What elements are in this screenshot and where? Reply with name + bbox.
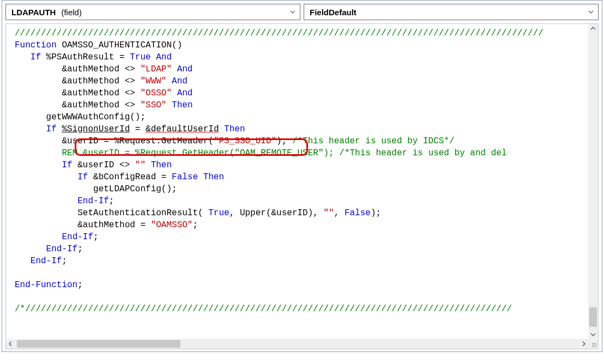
code-text: %PSAuthResult <box>41 52 114 62</box>
code-text: ); <box>276 136 287 146</box>
code-keyword: End-If <box>62 232 93 242</box>
code-keyword: End-If <box>77 196 109 206</box>
code-editor[interactable]: ////////////////////////////////////////… <box>6 24 588 339</box>
code-variable: &authMethod <box>62 100 119 110</box>
chevron-down-icon <box>587 9 595 15</box>
code-keyword: End-If <box>31 256 62 266</box>
code-keyword: If <box>62 160 72 170</box>
code-keyword: End-Function <box>15 280 77 290</box>
code-text: &defaultUserId <box>146 124 219 134</box>
code-string: "SSO" <box>140 100 166 110</box>
code-text: , <box>334 208 345 218</box>
code-text: getWWWAuthConfig(); <box>46 112 146 122</box>
code-keyword: And <box>151 52 172 62</box>
code-keyword: Then <box>146 160 172 170</box>
code-editor-frame: ////////////////////////////////////////… <box>5 23 599 349</box>
code-keyword: End-If <box>46 244 78 254</box>
editor-window: LDAPAUTH(field) FieldDefault ///////////… <box>2 0 602 352</box>
code-text: <> <box>119 88 140 98</box>
code-text: = <box>140 220 150 230</box>
scrollbar-thumb[interactable] <box>17 340 180 348</box>
code-variable: &authMethod <box>62 88 119 98</box>
event-selector-label: FieldDefault <box>310 8 357 17</box>
scroll-down-icon[interactable] <box>589 330 597 339</box>
code-keyword: If <box>46 124 57 134</box>
code-string: "LDAP" <box>140 64 172 74</box>
code-keyword: If <box>77 172 88 182</box>
code-string: "OAMSSO" <box>151 220 193 230</box>
code-keyword: And <box>172 88 192 98</box>
code-text: &authMethod <box>77 220 140 230</box>
code-text: OAMSSO_AUTHENTICATION() <box>57 40 182 50</box>
scroll-left-icon[interactable] <box>6 339 15 348</box>
code-text: = <box>161 172 172 182</box>
code-text: getLDAPConfig(); <box>93 184 177 194</box>
object-selector-label: LDAPAUTH(field) <box>11 8 82 17</box>
code-keyword: And <box>172 64 192 74</box>
code-keyword: False <box>172 172 198 182</box>
scroll-right-icon[interactable] <box>579 339 588 348</box>
code-text: ; <box>192 220 198 230</box>
code-comment: ////////////////////////////////////////… <box>15 28 543 38</box>
code-text: , Upper(&userID), <box>229 208 324 218</box>
event-selector-combo[interactable]: FieldDefault <box>304 4 599 20</box>
code-keyword: False <box>345 208 371 218</box>
code-text: .GetHeader( <box>156 136 214 146</box>
code-text: <> <box>119 160 130 170</box>
code-keyword: True <box>130 52 150 62</box>
dropdown-bar: LDAPAUTH(field) FieldDefault <box>5 4 599 20</box>
chevron-down-icon <box>289 9 297 15</box>
code-string: "OSSO" <box>140 88 172 98</box>
object-selector-combo[interactable]: LDAPAUTH(field) <box>5 4 300 20</box>
code-keyword: Function <box>15 40 57 50</box>
code-text: = <box>130 124 146 134</box>
code-keyword: Then <box>198 172 224 182</box>
code-text: = <box>114 52 130 62</box>
code-keyword: True <box>208 208 229 218</box>
code-text: &userID <box>73 160 119 170</box>
resize-grip-icon[interactable] <box>588 339 598 349</box>
code-comment: /*This header is used by IDCS*/ <box>287 136 454 146</box>
code-string: "PS_SSO_UID" <box>214 136 276 146</box>
code-text: <> <box>119 64 140 74</box>
code-text: %SignonUserId <box>62 124 130 134</box>
code-keyword: If <box>31 52 41 62</box>
code-variable: &authMethod <box>62 76 119 86</box>
code-text: &userID = <box>62 136 114 146</box>
horizontal-scrollbar[interactable] <box>6 339 588 349</box>
code-text: &bConfigRead <box>88 172 161 182</box>
scrollbar-thumb[interactable] <box>589 307 597 327</box>
code-keyword: Then <box>219 124 245 134</box>
code-keyword: And <box>166 76 187 86</box>
code-keyword: Then <box>166 100 192 110</box>
code-comment: /*//////////////////////////////////////… <box>15 304 512 314</box>
code-comment: REM &userID = %Request.GetHeader("OAM_RE… <box>62 148 506 158</box>
code-string: "" <box>324 208 334 218</box>
code-text: ); <box>371 208 381 218</box>
code-variable: &authMethod <box>62 64 119 74</box>
code-text: SetAuthenticationResult( <box>77 208 208 218</box>
code-string: "" <box>130 160 146 170</box>
vertical-scrollbar[interactable] <box>588 24 598 339</box>
code-text: %Request <box>114 136 156 146</box>
code-text: <> <box>119 100 140 110</box>
code-text: <> <box>119 76 140 86</box>
code-string: "WWW" <box>140 76 166 86</box>
scroll-up-icon[interactable] <box>589 24 597 33</box>
